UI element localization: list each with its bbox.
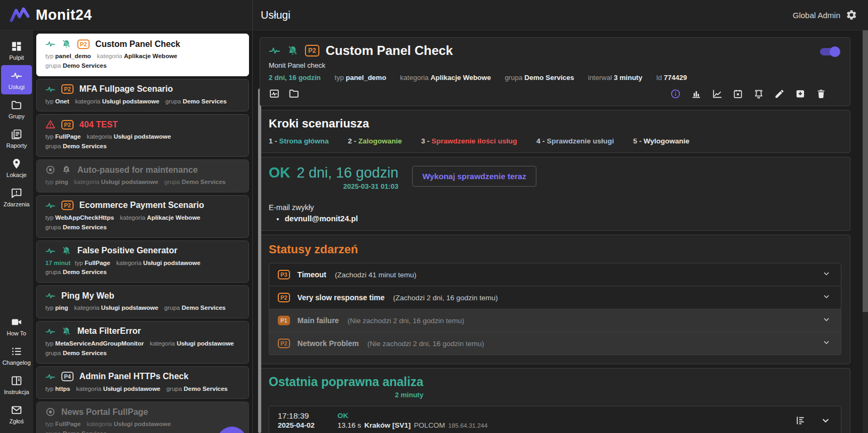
scenario-step-2[interactable]: 2 - Zalogowanie	[348, 137, 402, 145]
folder-icon	[11, 99, 22, 111]
event-status-row[interactable]: P2Very slow response time(Zachodzi 2 dni…	[269, 286, 841, 309]
service-list-item[interactable]: P2MFA Fullpage Scenariotyp Onet kategori…	[36, 79, 249, 112]
scenario-steps-title: Kroki scenariusza	[269, 117, 841, 131]
analysis-result-row[interactable]: 17:18:39 2025-04-02 OK 13.16 sKraków [SV…	[269, 406, 841, 433]
service-list-item[interactable]: News Portal FullPagetyp FullPage kategor…	[36, 402, 249, 433]
folder-icon	[288, 88, 300, 99]
service-status-icons	[45, 291, 55, 301]
screenshot-icon	[269, 88, 280, 99]
scenario-step-4[interactable]: 4 - Sprawdzenie usługi	[536, 137, 614, 145]
tool-archive-icon[interactable]	[795, 89, 806, 99]
brand[interactable]: Monit24	[0, 0, 252, 30]
changelog-icon	[11, 346, 22, 357]
service-meta: typ WebAppCheckHttps kategoria Aplikacje…	[45, 213, 242, 232]
analysis-datetime: 17:18:39 2025-04-02	[278, 411, 333, 429]
service-list-item[interactable]: Meta FilterErrortyp MetaServiceAndGroupM…	[36, 321, 249, 364]
calendar-x-icon	[733, 89, 743, 99]
chevron-down-icon[interactable]	[822, 338, 831, 349]
service-list-item[interactable]: False Positive Generator17 minuttyp Full…	[36, 240, 249, 283]
tool-bell-icon[interactable]	[753, 89, 764, 99]
sidebar-item-label: Instrukcja	[4, 389, 29, 395]
tool-calendar-x-icon[interactable]	[733, 89, 743, 99]
service-meta: 17 minuttyp FullPage kategoria Usługi po…	[45, 259, 242, 278]
log-icon[interactable]	[795, 415, 806, 426]
sidebar-item-grupy[interactable]: Grupy	[1, 94, 32, 124]
sidebar-item-zg-o[interactable]: Zgłoś	[1, 399, 32, 429]
tool-edit-icon[interactable]	[774, 89, 785, 99]
pulse-icon	[45, 326, 55, 336]
pause-icon	[45, 165, 55, 175]
line-chart-icon	[712, 89, 722, 99]
service-detail-card: P2 Custom Panel Check Monit Panel check …	[260, 37, 850, 106]
service-title: Ecommerce Payment Scenario	[79, 201, 204, 210]
account-menu[interactable]: Global Admin	[793, 9, 857, 21]
service-status-icons	[45, 246, 71, 256]
sidebar-item-instrukcja[interactable]: Instrukcja	[1, 370, 32, 399]
app-window: Monit24 Usługi Global Admin PulpitUsługi…	[0, 0, 868, 433]
main-scrollbar-thumb[interactable]	[863, 30, 868, 312]
scenario-step-5[interactable]: 5 - Wylogowanie	[633, 137, 689, 145]
service-list-item[interactable]: Auto-paused for maintenancetyp ping kate…	[36, 159, 249, 193]
chevron-down-icon[interactable]	[822, 315, 831, 326]
delete-icon	[816, 89, 826, 99]
sidebar-item-us-ugi[interactable]: Usługi	[1, 65, 32, 94]
warning-icon	[45, 119, 55, 130]
tool-screenshot-icon[interactable]	[269, 88, 280, 99]
bell-icon	[753, 89, 764, 99]
service-subtitle: Monit Panel check	[269, 61, 840, 69]
brand-name: Monit24	[36, 7, 92, 23]
tool-bar-chart-icon[interactable]	[691, 89, 702, 99]
inner-scrollbar-thumb[interactable]	[258, 89, 261, 433]
service-list-item[interactable]: P2404 TESTtyp FullPage kategoria Usługi …	[36, 114, 249, 157]
event-status-row[interactable]: P3Timeout(Zachodzi 41 minut temu)	[269, 263, 841, 286]
sidebar-item-raporty[interactable]: Raporty	[1, 124, 32, 153]
event-statuses-card: Statusy zdarzeń P3Timeout(Zachodzi 41 mi…	[260, 235, 850, 364]
sidebar-item-zdarzenia[interactable]: Zdarzenia	[1, 182, 32, 212]
sidebar-item-label: Lokacje	[6, 172, 27, 178]
sidebar-item-how-to[interactable]: How To	[1, 311, 32, 341]
main-scrollbar-track[interactable]	[863, 30, 868, 433]
tool-delete-icon[interactable]	[816, 89, 826, 99]
service-status-icons	[45, 372, 55, 382]
sidebar-item-lokacje[interactable]: Lokacje	[1, 153, 32, 182]
chevron-down-icon[interactable]	[822, 292, 831, 303]
notify-channel-label: E-mail zwykły	[269, 203, 841, 212]
run-check-button[interactable]: Wykonaj sprawdzenie teraz	[412, 166, 536, 187]
scenario-step-3[interactable]: 3 - Sprawdzenie ilości usług	[421, 137, 517, 145]
tool-folder-icon[interactable]	[288, 88, 300, 99]
event-status-row[interactable]: P1Main failure(Nie zachodzi 2 dni, 16 go…	[269, 309, 841, 332]
pause-icon	[45, 407, 55, 417]
event-name: Main failure	[298, 316, 339, 325]
service-status-icons	[45, 119, 55, 130]
service-title: News Portal FullPage	[61, 407, 148, 417]
event-name: Very slow response time	[298, 293, 384, 302]
analysis-result: OK 13.16 sKraków [SV1]POLCOM185.64.31.24…	[337, 412, 487, 429]
service-meta: typ Onet kategoria Usługi podstawowe gru…	[45, 97, 242, 107]
gear-icon[interactable]	[846, 9, 857, 21]
service-meta: typ ping kategoria Usługi podstawowe gru…	[45, 303, 242, 313]
service-list-item[interactable]: P2Custom Panel Checktyp panel_demo kateg…	[36, 34, 249, 76]
service-meta: typ FullPage kategoria Usługi podstawowe…	[45, 420, 242, 433]
service-meta: typ https kategoria Usługi podstawowe gr…	[45, 384, 242, 394]
chevron-down-icon[interactable]	[820, 415, 831, 426]
event-status-row[interactable]: P2Network Problem(Nie zachodzi 2 dni, 16…	[269, 332, 841, 355]
last-analysis-age: 2 minuty	[269, 391, 423, 399]
service-list: P2Custom Panel Checktyp panel_demo kateg…	[33, 30, 252, 433]
archive-icon	[795, 89, 806, 99]
chevron-down-icon[interactable]	[822, 269, 831, 280]
service-list-item[interactable]: P4Admin Panel HTTPs Checktyp https kateg…	[36, 366, 249, 399]
service-list-item[interactable]: P2Ecommerce Payment Scenariotyp WebAppCh…	[36, 195, 249, 238]
service-title: Meta FilterError	[77, 326, 141, 336]
service-enabled-toggle[interactable]	[819, 46, 840, 57]
scenario-step-1[interactable]: 1 - Strona główna	[269, 137, 329, 145]
tool-info-icon[interactable]	[670, 89, 681, 99]
service-meta: typ FullPage kategoria Usługi podstawowe…	[45, 132, 242, 151]
edit-icon	[774, 89, 785, 99]
service-meta-row: 2 dni, 16 godzin typ panel_demokategoria…	[269, 74, 840, 82]
sidebar-item-pulpit[interactable]: Pulpit	[1, 36, 32, 65]
priority-badge: P2	[77, 39, 90, 49]
service-list-item[interactable]: Ping My Webtyp ping kategoria Usługi pod…	[36, 285, 249, 318]
tool-line-chart-icon[interactable]	[712, 89, 722, 99]
book-icon	[11, 375, 22, 387]
sidebar-item-changelog[interactable]: Changelog	[1, 341, 32, 370]
